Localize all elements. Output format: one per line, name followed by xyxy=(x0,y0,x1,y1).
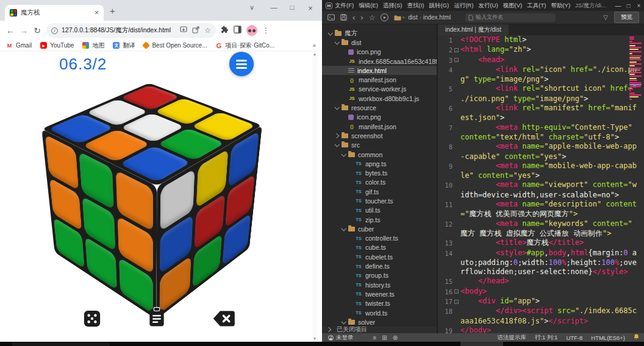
fold-collapse-icon[interactable]: − xyxy=(454,58,459,62)
tree-item-common[interactable]: common xyxy=(322,150,437,159)
tree-item-group.ts[interactable]: TSgroup.ts xyxy=(322,271,437,280)
chrome-chevron-down-icon[interactable]: ∨ xyxy=(246,4,257,12)
menu-运行R[interactable]: 运行(R) xyxy=(451,2,476,10)
tree-item-src[interactable]: src xyxy=(322,141,437,150)
scramble-dice-button[interactable] xyxy=(83,309,101,330)
bookmark-gitcode[interactable]: G项目·探索·GitCo... xyxy=(215,41,274,50)
tree-item-dist[interactable]: dist xyxy=(322,38,437,47)
forward-icon[interactable]: → xyxy=(17,26,30,35)
login-status[interactable]: 未登录 xyxy=(336,334,354,342)
scroll-down-icon[interactable]: ▼ xyxy=(312,337,317,341)
chevron-down-icon[interactable] xyxy=(334,105,339,110)
tree-item-cube.ts[interactable]: TScube.ts xyxy=(322,243,437,252)
run-icon[interactable]: ▸ xyxy=(381,13,388,21)
tree-item-icon.png[interactable]: icon.png xyxy=(322,48,437,57)
tree-item-history.ts[interactable]: TShistory.ts xyxy=(322,280,437,289)
menu-编辑E[interactable]: 编辑(E) xyxy=(356,2,381,10)
tree-item-cuber[interactable]: cuber xyxy=(322,224,437,233)
backspace-button[interactable] xyxy=(212,309,235,330)
editor-tab-active[interactable]: index.html | 魔方/dist xyxy=(438,24,509,35)
chevron-down-icon[interactable] xyxy=(334,40,339,44)
save-icon[interactable] xyxy=(340,14,347,21)
tree-item-color.ts[interactable]: TScolor.ts xyxy=(322,178,437,187)
tree-item-zip.ts[interactable]: TSzip.ts xyxy=(322,215,437,224)
bookmark-maps[interactable]: 地图 xyxy=(82,41,104,50)
tab-close-icon[interactable]: × xyxy=(95,9,99,17)
file-search-input[interactable]: 输入文件名 xyxy=(465,13,556,22)
back-icon[interactable]: ← xyxy=(4,26,17,35)
bookmarks-overflow-icon[interactable]: » xyxy=(312,42,316,49)
tree-item-index.6685caaa16e53c418f...[interactable]: JSindex.6685caaa16e53c418f... xyxy=(322,57,437,66)
tree-item-resource[interactable]: resource xyxy=(322,103,437,112)
editor-close-icon[interactable]: × xyxy=(634,2,644,9)
profile-avatar[interactable] xyxy=(246,25,257,36)
share-icon[interactable] xyxy=(192,25,199,36)
bookmark-translate[interactable]: 文翻译 xyxy=(113,41,135,50)
statusbar-icon-0[interactable]: ≡ xyxy=(373,334,377,341)
bookmark-star-icon[interactable]: ☆ xyxy=(204,26,211,35)
menu-工具T[interactable]: 工具(T) xyxy=(524,2,548,10)
breadcrumb-file[interactable]: index.html xyxy=(423,14,451,21)
fold-collapse-icon[interactable]: − xyxy=(454,289,459,294)
url-text[interactable]: 127.0.0.1:8848/JS/魔方/dist/index.html xyxy=(62,26,175,35)
chevron-down-icon[interactable] xyxy=(334,142,339,147)
browser-menu-icon[interactable]: ⋮ xyxy=(262,26,270,35)
code-editor[interactable]: 1<!DOCTYPE html>2−<html lang="zh">3− <he… xyxy=(438,35,644,333)
menu-帮助Y[interactable]: 帮助(Y) xyxy=(548,2,573,10)
favorites-star-icon[interactable]: ☆ xyxy=(369,13,376,22)
crumb-close-icon[interactable]: × xyxy=(402,15,405,20)
chrome-close-icon[interactable]: × xyxy=(305,4,316,13)
tree-item-apng.ts[interactable]: TSapng.ts xyxy=(322,159,437,168)
fold-collapse-icon[interactable]: − xyxy=(454,48,459,52)
chrome-minimize-icon[interactable]: — xyxy=(268,4,279,11)
tree-item-define.ts[interactable]: TSdefine.ts xyxy=(322,261,437,270)
reload-icon[interactable]: ↻ xyxy=(30,26,44,35)
tree-item-icon.png[interactable]: icon.png xyxy=(322,113,437,122)
menu-跳转G[interactable]: 跳转(G) xyxy=(426,2,451,10)
tree-item-toucher.ts[interactable]: TStoucher.ts xyxy=(322,196,437,205)
extensions-puzzle-icon[interactable] xyxy=(221,25,229,36)
chevron-right-icon[interactable] xyxy=(334,133,339,138)
syntax-lib-label[interactable]: 语法提示库 xyxy=(497,334,526,342)
menu-文件F[interactable]: 文件(F) xyxy=(332,2,356,10)
tree-item-manifest.json[interactable]: {}manifest.json xyxy=(322,75,437,84)
menu-查找I[interactable]: 查找(I) xyxy=(404,2,426,10)
chrome-maximize-icon[interactable]: □ xyxy=(287,4,298,11)
tree-item-bytes.ts[interactable]: TSbytes.ts xyxy=(322,168,437,177)
nav-back-icon[interactable]: ‹ xyxy=(352,13,355,22)
editor-maximize-icon[interactable]: □ xyxy=(623,2,634,9)
formula-clipboard-button[interactable] xyxy=(148,307,165,330)
page-scrollbar[interactable]: ▲ ▼ xyxy=(312,51,317,342)
scroll-up-icon[interactable]: ▲ xyxy=(312,52,317,56)
menu-fab-button[interactable] xyxy=(229,52,254,76)
tree-item-controller.ts[interactable]: TScontroller.ts xyxy=(322,234,437,243)
cursor-position[interactable]: 行:1 列:1 xyxy=(535,334,558,342)
install-icon[interactable] xyxy=(180,25,187,36)
statusbar-icon-1[interactable]: ⊞ xyxy=(382,334,387,341)
console-icon[interactable] xyxy=(327,14,335,21)
new-tab-button[interactable]: + xyxy=(110,5,115,16)
editor-minimize-icon[interactable]: — xyxy=(613,2,623,9)
tree-item-service-worker.js[interactable]: JSservice-worker.js xyxy=(322,85,437,94)
closed-projects-row[interactable]: 已关闭项目 xyxy=(322,325,437,333)
bookmark-gmail[interactable]: MGmail xyxy=(6,42,32,49)
site-info-icon[interactable]: i xyxy=(51,27,58,34)
filter-funnel-icon[interactable]: ▽ xyxy=(603,14,608,21)
language-mode-label[interactable]: HTML(ES6+) xyxy=(591,334,625,341)
tree-item-util.ts[interactable]: TSutil.ts xyxy=(322,206,437,215)
breadcrumb-dir[interactable]: dist xyxy=(408,14,418,21)
windows-taskbar[interactable] xyxy=(0,342,644,346)
preview-button[interactable]: 预览 xyxy=(614,12,639,23)
fold-collapse-icon[interactable]: − xyxy=(454,300,459,304)
tree-item-twister.ts[interactable]: TStwister.ts xyxy=(322,299,437,308)
tree-item-manifest.json[interactable]: {}manifest.json xyxy=(322,122,437,131)
account-person-icon[interactable] xyxy=(328,335,334,341)
notification-bell-icon[interactable] xyxy=(634,334,639,341)
tree-item-world.ts[interactable]: TSworld.ts xyxy=(322,308,437,317)
chevron-down-icon[interactable] xyxy=(341,319,346,324)
statusbar-icon-2[interactable]: ⊕ xyxy=(393,334,398,341)
browser-tab[interactable]: 魔方栈 × xyxy=(5,5,104,21)
tree-item-solver[interactable]: solver xyxy=(322,317,437,325)
encoding-label[interactable]: UTF-8 xyxy=(566,334,582,341)
tree-item-gif.ts[interactable]: TSgif.ts xyxy=(322,187,437,196)
